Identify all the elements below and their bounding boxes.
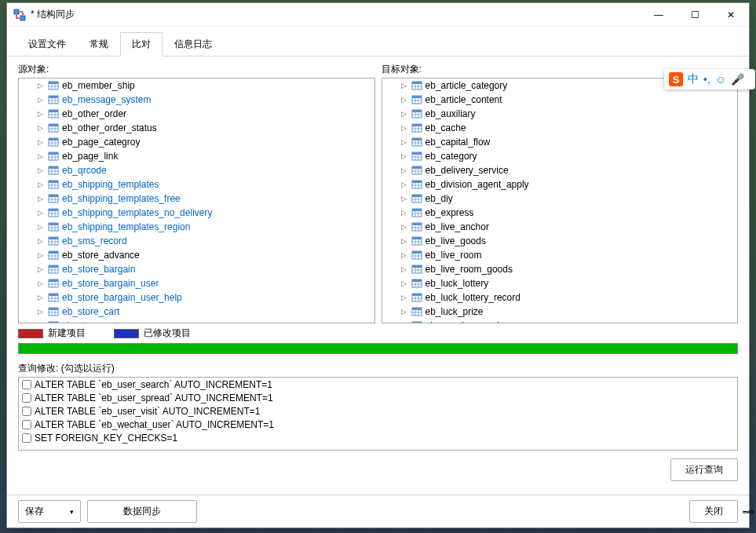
- run-query-button[interactable]: 运行查询: [670, 458, 738, 481]
- expand-icon[interactable]: ▷: [400, 223, 408, 232]
- expand-icon[interactable]: ▷: [400, 251, 408, 260]
- expand-icon[interactable]: ▷: [36, 138, 45, 147]
- tab-message-log[interactable]: 信息日志: [163, 32, 224, 57]
- query-checkbox[interactable]: [22, 393, 31, 403]
- tab-settings-file[interactable]: 设置文件: [16, 32, 78, 57]
- save-button[interactable]: 保存 ▾: [18, 500, 81, 523]
- expand-icon[interactable]: ▷: [400, 195, 408, 203]
- expand-icon[interactable]: ▷: [400, 294, 408, 302]
- tree-row[interactable]: ▷eb_store_bargain_user_help: [19, 290, 374, 305]
- tree-row[interactable]: ▷eb_live_room: [382, 248, 738, 262]
- tree-row[interactable]: ▷eb_store_cart: [19, 305, 374, 319]
- expand-icon[interactable]: ▷: [400, 237, 408, 246]
- tree-row[interactable]: ▷eb_store_bargain_user: [19, 276, 374, 290]
- query-list[interactable]: ALTER TABLE `eb_user_search` AUTO_INCREM…: [18, 377, 738, 451]
- tree-row[interactable]: ▷eb_express: [382, 206, 738, 220]
- tree-row[interactable]: ▷eb_other_order: [19, 107, 374, 121]
- expand-icon[interactable]: ▷: [400, 82, 408, 90]
- expand-icon[interactable]: ▷: [36, 152, 45, 161]
- expand-icon[interactable]: ▷: [36, 223, 45, 232]
- expand-icon[interactable]: ▷: [400, 152, 408, 161]
- tree-row[interactable]: ▷eb_store_advance: [19, 248, 374, 262]
- tree-row[interactable]: ▷eb_member_ship: [19, 78, 374, 93]
- tree-row[interactable]: ▷eb_shipping_templates_no_delivery: [19, 206, 374, 220]
- ime-emoji-icon[interactable]: ☺: [715, 73, 726, 86]
- tree-row[interactable]: ▷eb_division_agent_apply: [382, 177, 738, 192]
- data-sync-button[interactable]: 数据同步: [87, 500, 197, 523]
- tree-row[interactable]: ▷eb_store_bargain: [19, 262, 374, 276]
- ime-toolbar[interactable]: S 中 •, ☺ 🎤: [664, 69, 755, 89]
- expand-icon[interactable]: ▷: [36, 124, 45, 133]
- query-row[interactable]: ALTER TABLE `eb_user_visit` AUTO_INCREME…: [19, 404, 737, 418]
- expand-icon[interactable]: ▷: [36, 166, 45, 175]
- expand-icon[interactable]: ▷: [36, 96, 45, 104]
- tree-row[interactable]: ▷eb_member_card: [382, 319, 738, 323]
- tree-row[interactable]: ▷eb_page_link: [19, 149, 374, 163]
- tree-row[interactable]: ▷eb_store_category: [19, 319, 374, 323]
- expand-icon[interactable]: ▷: [400, 166, 408, 175]
- expand-icon[interactable]: ▷: [36, 322, 45, 324]
- tree-row[interactable]: ▷eb_live_room_goods: [382, 262, 738, 276]
- tree-row[interactable]: ▷eb_cache: [382, 121, 738, 135]
- expand-icon[interactable]: ▷: [36, 294, 45, 302]
- minimize-button[interactable]: —: [641, 3, 677, 27]
- tab-compare[interactable]: 比对: [120, 32, 163, 57]
- close-dialog-button[interactable]: 关闭: [689, 500, 738, 523]
- tree-row[interactable]: ▷eb_sms_record: [19, 234, 374, 248]
- query-checkbox[interactable]: [22, 420, 31, 429]
- expand-icon[interactable]: ▷: [400, 110, 408, 119]
- expand-icon[interactable]: ▷: [400, 322, 408, 324]
- expand-icon[interactable]: ▷: [400, 181, 408, 189]
- expand-icon[interactable]: ▷: [36, 110, 45, 119]
- expand-icon[interactable]: ▷: [36, 279, 45, 288]
- expand-icon[interactable]: ▷: [400, 96, 408, 104]
- tree-row[interactable]: ▷eb_shipping_templates: [19, 177, 374, 192]
- query-row[interactable]: ALTER TABLE `eb_wechat_user` AUTO_INCREM…: [19, 418, 737, 431]
- expand-icon[interactable]: ▷: [36, 237, 45, 246]
- close-button[interactable]: ✕: [713, 3, 749, 27]
- ime-punct-icon[interactable]: •,: [703, 73, 710, 86]
- ime-mic-icon[interactable]: 🎤: [731, 73, 744, 86]
- expand-icon[interactable]: ▷: [400, 279, 408, 288]
- tree-row[interactable]: ▷eb_luck_lottery: [382, 276, 738, 290]
- tree-row[interactable]: ▷eb_delivery_service: [382, 163, 738, 177]
- expand-icon[interactable]: ▷: [400, 124, 408, 133]
- tree-row[interactable]: ▷eb_live_anchor: [382, 220, 738, 234]
- query-row[interactable]: ALTER TABLE `eb_user_search` AUTO_INCREM…: [19, 378, 737, 391]
- tree-row[interactable]: ▷eb_capital_flow: [382, 135, 738, 149]
- expand-icon[interactable]: ▷: [400, 209, 408, 217]
- ime-lang-indicator[interactable]: 中: [688, 72, 699, 86]
- tree-row[interactable]: ▷eb_auxiliary: [382, 107, 738, 121]
- tree-row[interactable]: ▷eb_page_categroy: [19, 135, 374, 149]
- tree-row[interactable]: ▷eb_diy: [382, 192, 738, 206]
- expand-icon[interactable]: ▷: [400, 265, 408, 274]
- tree-row[interactable]: ▷eb_shipping_templates_free: [19, 192, 374, 206]
- query-row[interactable]: SET FOREIGN_KEY_CHECKS=1: [19, 431, 737, 444]
- query-checkbox[interactable]: [22, 433, 31, 443]
- query-row[interactable]: ALTER TABLE `eb_user_spread` AUTO_INCREM…: [19, 391, 737, 404]
- tree-row[interactable]: ▷eb_category: [382, 149, 738, 163]
- target-tree[interactable]: ▷eb_article_category▷eb_article_content▷…: [382, 78, 739, 323]
- expand-icon[interactable]: ▷: [36, 251, 45, 260]
- expand-icon[interactable]: ▷: [36, 181, 45, 189]
- expand-icon[interactable]: ▷: [36, 82, 45, 90]
- tree-row[interactable]: ▷eb_luck_lottery_record: [382, 290, 738, 305]
- tree-row[interactable]: ▷eb_live_goods: [382, 234, 738, 248]
- tree-row[interactable]: ▷eb_message_system: [19, 93, 374, 107]
- tab-general[interactable]: 常规: [78, 32, 120, 57]
- query-checkbox[interactable]: [22, 407, 31, 416]
- tree-row[interactable]: ▷eb_article_content: [382, 93, 738, 107]
- expand-icon[interactable]: ▷: [36, 209, 45, 217]
- expand-icon[interactable]: ▷: [36, 265, 45, 274]
- tree-row[interactable]: ▷eb_qrcode: [19, 163, 374, 177]
- tree-row[interactable]: ▷eb_other_order_status: [19, 121, 374, 135]
- tree-row[interactable]: ▷eb_luck_prize: [382, 305, 738, 319]
- expand-icon[interactable]: ▷: [36, 195, 45, 203]
- source-tree[interactable]: ▷eb_member_ship▷eb_message_system▷eb_oth…: [18, 78, 375, 323]
- tree-row[interactable]: ▷eb_shipping_templates_region: [19, 220, 374, 234]
- maximize-button[interactable]: ☐: [677, 3, 713, 27]
- query-checkbox[interactable]: [22, 380, 31, 389]
- expand-icon[interactable]: ▷: [400, 308, 408, 316]
- expand-icon[interactable]: ▷: [400, 138, 408, 147]
- expand-icon[interactable]: ▷: [36, 308, 45, 316]
